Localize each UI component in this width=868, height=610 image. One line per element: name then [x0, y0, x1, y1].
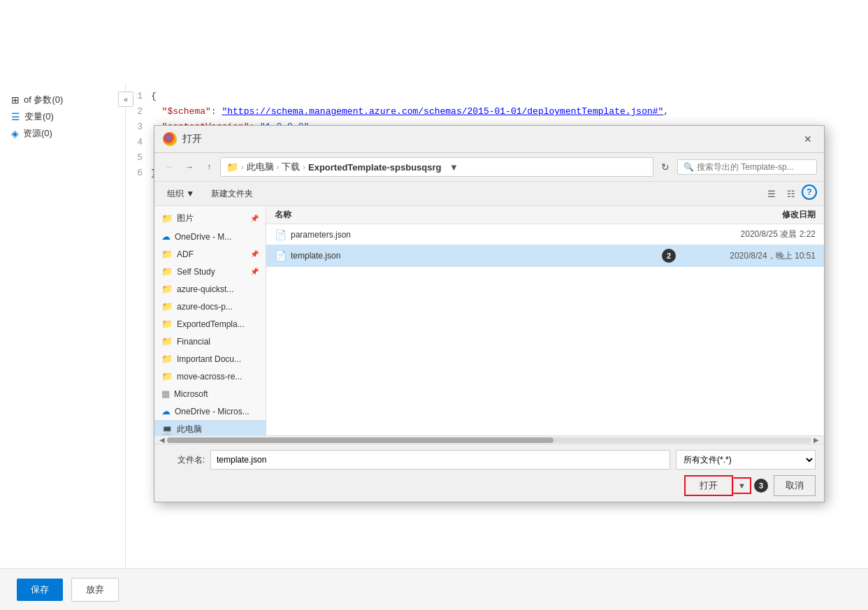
organize-label: 组织 ▼ [167, 188, 194, 200]
file-name-template: template.json [291, 251, 659, 261]
new-folder-button[interactable]: 新建文件夹 [205, 186, 259, 202]
help-button[interactable]: ? [802, 184, 817, 200]
filetype-select[interactable]: 所有文件(*.*) [676, 450, 816, 470]
open-button-group: 打开 ▼ 3 [684, 475, 768, 496]
nav-item-microsoft[interactable]: ▦ Microsoft [154, 385, 266, 402]
nav-label: Self Study [177, 267, 215, 277]
nav-label: azure-docs-p... [177, 302, 233, 312]
nav-item-exported[interactable]: 📁 ExportedTempla... [154, 315, 266, 333]
refresh-button[interactable]: ↻ [656, 158, 674, 176]
nav-label: azure-quickst... [177, 284, 233, 294]
code-line-1: 1 { [126, 89, 868, 104]
nav-item-onedrive-ms[interactable]: ☁ OneDrive - Micros... [154, 402, 266, 420]
file-date-template: 2020/8/24，晚上 10:51 [676, 250, 816, 262]
dialog-left-nav: 📁 图片 📌 ☁ OneDrive - M... 📁 ADF 📌 📁 Self … [154, 206, 266, 435]
cloud-icon: ☁ [161, 231, 171, 242]
cancel-button[interactable]: 取消 [774, 475, 816, 496]
filename-input[interactable] [210, 450, 670, 470]
search-bar: 🔍 [677, 159, 817, 175]
hscroll-left[interactable]: ◀ [157, 436, 167, 444]
nav-item-move[interactable]: 📁 move-across-re... [154, 368, 266, 385]
nav-label: move-across-re... [177, 372, 242, 382]
main-area: « ⊞ of 参数(0) ☰ 变量(0) ◈ 资源(0) 1 { 2 "$sch… [0, 83, 868, 602]
step2-badge: 2 [662, 249, 676, 263]
col-date: 修改日期 [676, 209, 816, 221]
dialog-body: 📁 图片 📌 ☁ OneDrive - M... 📁 ADF 📌 📁 Self … [154, 206, 824, 435]
nav-label: 此电脑 [177, 423, 202, 435]
discard-button[interactable]: 放弃 [71, 578, 119, 602]
nav-up-button[interactable]: ↑ [201, 159, 217, 175]
view-detail-button[interactable]: ☰ [762, 184, 781, 203]
nav-forward-button[interactable]: → [181, 159, 198, 175]
view-list-button[interactable]: ☷ [782, 184, 800, 203]
nav-item-azure-quickst[interactable]: 📁 azure-quickst... [154, 280, 266, 298]
open-dropdown-button[interactable]: ▼ [733, 477, 751, 494]
file-icon-parameters: 📄 [275, 229, 287, 240]
collapse-button[interactable]: « [118, 92, 133, 107]
schema-link[interactable]: "https://schema.management.azure.com/sch… [222, 106, 663, 117]
vars-label: 变量(0) [24, 110, 54, 123]
folder-icon: 📁 [161, 284, 173, 294]
nav-label: OneDrive - Micros... [175, 407, 249, 416]
computer-icon: 💻 [161, 424, 173, 435]
nav-back-button[interactable]: ← [161, 159, 178, 175]
dialog-toolbar: 组织 ▼ 新建文件夹 ☰ ☷ ? [154, 182, 824, 206]
breadcrumb-current[interactable]: ExportedTemplate-spsbusqsrg [308, 162, 441, 173]
code-line-2: 2 "$schema": "https://schema.management.… [126, 104, 868, 119]
resources-item[interactable]: ◈ 资源(0) [11, 125, 125, 142]
breadcrumb-folder-icon: 📁 [226, 161, 238, 173]
view-icons: ☰ ☷ ? [762, 184, 817, 203]
breadcrumb-downloads[interactable]: 下载 [282, 161, 300, 173]
params-label: of 参数(0) [24, 94, 63, 106]
file-open-dialog: 打开 ✕ ← → ↑ 📁 › 此电脑 › 下载 › ExportedTempla… [154, 125, 825, 502]
nav-label: ExportedTempla... [177, 319, 245, 329]
pin-icon: 📌 [250, 250, 259, 258]
search-input[interactable] [697, 162, 811, 172]
file-date-parameters: 2020/8/25 凌晨 2:22 [676, 228, 816, 240]
file-row-template[interactable]: 📄 template.json 2 2020/8/24，晚上 10:51 [266, 245, 824, 267]
nav-label: Financial [177, 337, 210, 347]
save-button[interactable]: 保存 [17, 579, 63, 601]
folder-icon: 📁 [161, 249, 173, 259]
nav-item-pictures[interactable]: 📁 图片 📌 [154, 209, 266, 228]
left-panel: « ⊞ of 参数(0) ☰ 变量(0) ◈ 资源(0) [0, 83, 126, 602]
organize-button[interactable]: 组织 ▼ [161, 186, 200, 202]
cloud-icon: ☁ [161, 406, 171, 416]
dialog-titlebar: 打开 ✕ [154, 126, 824, 153]
nav-item-onedrive-m[interactable]: ☁ OneDrive - M... [154, 228, 266, 245]
params-item[interactable]: ⊞ of 参数(0) [11, 92, 125, 108]
breadcrumb-root[interactable]: 此电脑 [247, 161, 274, 173]
folder-icon: 📁 [161, 213, 173, 224]
breadcrumb-dropdown[interactable]: ▼ [444, 162, 463, 173]
folder-icon: 📁 [161, 336, 173, 347]
dialog-close-button[interactable]: ✕ [800, 131, 816, 147]
folder-icon: 📁 [161, 266, 173, 277]
nav-item-important[interactable]: 📁 Important Docu... [154, 350, 266, 368]
bottom-bar: 保存 放弃 [0, 568, 868, 610]
horizontal-scrollbar[interactable]: ◀ ▶ [154, 435, 824, 444]
pin-icon: 📌 [250, 215, 259, 222]
hscroll-thumb [167, 437, 554, 443]
hscroll-right[interactable]: ▶ [811, 436, 821, 444]
chrome-icon [163, 132, 177, 146]
resources-label: 资源(0) [23, 127, 52, 140]
nav-item-selfstudy[interactable]: 📁 Self Study 📌 [154, 263, 266, 280]
nav-label: OneDrive - M... [175, 232, 231, 242]
nav-item-thispc[interactable]: 💻 此电脑 [154, 420, 266, 435]
dialog-bottom: 文件名: 所有文件(*.*) 打开 ▼ 3 取消 [154, 444, 824, 502]
open-button[interactable]: 打开 [684, 475, 733, 496]
ms-icon: ▦ [161, 388, 170, 399]
nav-item-adf[interactable]: 📁 ADF 📌 [154, 245, 266, 263]
nav-item-financial[interactable]: 📁 Financial [154, 333, 266, 350]
dialog-action-row: 打开 ▼ 3 取消 [163, 475, 816, 496]
filename-row: 文件名: 所有文件(*.*) [163, 450, 816, 470]
resources-icon: ◈ [11, 128, 19, 139]
params-icon: ⊞ [11, 94, 20, 106]
col-name: 名称 [275, 209, 676, 221]
nav-label: Microsoft [174, 389, 208, 399]
file-row-parameters[interactable]: 📄 parameters.json 2020/8/25 凌晨 2:22 [266, 224, 824, 245]
folder-icon: 📁 [161, 371, 173, 382]
nav-label: Important Docu... [177, 354, 241, 364]
vars-item[interactable]: ☰ 变量(0) [11, 108, 125, 125]
nav-item-azure-docs[interactable]: 📁 azure-docs-p... [154, 298, 266, 315]
